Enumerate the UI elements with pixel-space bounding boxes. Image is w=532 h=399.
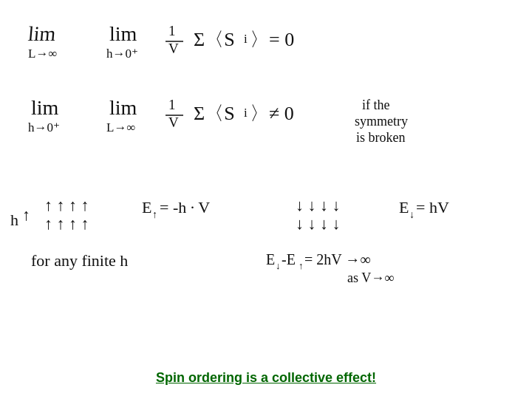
svg-text:↓: ↓ <box>409 209 415 220</box>
svg-text:h→0⁺: h→0⁺ <box>106 47 138 61</box>
svg-text:E: E <box>142 198 151 216</box>
handwriting-area: lim L→∞ lim h→0⁺ 1 V Σ〈S i 〉= 0 lim h→0⁺… <box>0 0 532 355</box>
svg-text:E: E <box>399 198 409 216</box>
svg-text:L→∞: L→∞ <box>28 47 58 61</box>
svg-text:↑ ↑ ↑ ↑: ↑ ↑ ↑ ↑ <box>44 214 89 233</box>
svg-text:lim: lim <box>109 96 137 119</box>
svg-text:〉≠ 0: 〉≠ 0 <box>250 103 294 124</box>
svg-text:h: h <box>10 211 18 229</box>
svg-text:lim: lim <box>27 22 57 45</box>
svg-text:lim: lim <box>31 96 59 119</box>
svg-text:↓: ↓ <box>276 260 281 271</box>
svg-text:h→0⁺: h→0⁺ <box>28 120 60 134</box>
svg-text:1: 1 <box>168 97 176 112</box>
svg-text:i: i <box>244 32 248 46</box>
svg-text:L→∞: L→∞ <box>106 120 136 134</box>
svg-text:↓ ↓ ↓ ↓: ↓ ↓ ↓ ↓ <box>296 196 341 214</box>
svg-text:↑: ↑ <box>152 209 157 220</box>
svg-text:〉= 0: 〉= 0 <box>250 29 294 50</box>
svg-text:for  any  finite h: for any finite h <box>31 251 128 270</box>
svg-text:V: V <box>168 115 179 130</box>
svg-text:as V→∞: as V→∞ <box>347 270 394 285</box>
svg-text:if the: if the <box>362 98 390 112</box>
svg-text:Σ〈S: Σ〈S <box>194 29 235 50</box>
svg-text:E: E <box>266 251 275 267</box>
svg-text:V: V <box>168 41 179 56</box>
svg-text:symmetry: symmetry <box>355 114 408 129</box>
bottom-caption: Spin ordering is a collective effect! <box>156 370 376 386</box>
svg-text:-E: -E <box>282 251 296 267</box>
svg-text:= hV: = hV <box>416 198 449 216</box>
svg-text:↑: ↑ <box>299 260 304 271</box>
svg-text:= -h · V: = -h · V <box>160 198 210 216</box>
svg-text:↑: ↑ <box>22 205 30 224</box>
svg-text:↑ ↑ ↑ ↑: ↑ ↑ ↑ ↑ <box>44 196 89 214</box>
svg-text:i: i <box>244 106 248 120</box>
svg-text:lim: lim <box>109 22 137 45</box>
svg-text:= 2hV →∞: = 2hV →∞ <box>304 251 371 267</box>
svg-text:Σ〈S: Σ〈S <box>194 103 235 124</box>
svg-text:is broken: is broken <box>356 130 406 145</box>
slide-container: lim L→∞ lim h→0⁺ 1 V Σ〈S i 〉= 0 lim h→0⁺… <box>0 0 532 399</box>
svg-text:1: 1 <box>168 23 176 38</box>
svg-text:↓ ↓ ↓ ↓: ↓ ↓ ↓ ↓ <box>296 214 341 233</box>
